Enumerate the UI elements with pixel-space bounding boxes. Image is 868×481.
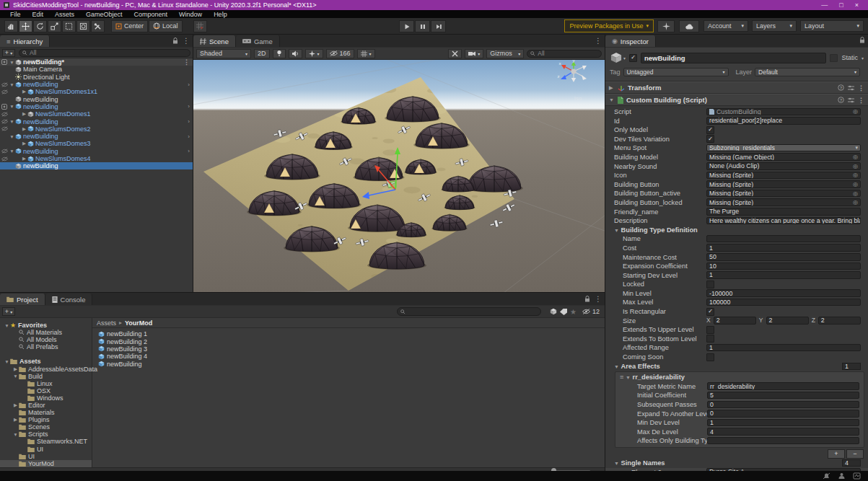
tab-scene[interactable]: Scene — [193, 35, 236, 47]
layer-dropdown[interactable]: Default▾ — [755, 68, 860, 76]
scale-tool-icon[interactable] — [48, 20, 61, 32]
project-folder-windows[interactable]: Windows — [0, 394, 92, 402]
scene-search-input[interactable]: All — [527, 50, 602, 58]
component-tools-icon[interactable] — [448, 49, 462, 58]
breadcrumb-assets[interactable]: Assets — [97, 319, 116, 327]
project-folder-favorites[interactable]: ▼★Favorites — [0, 322, 92, 329]
tag-dropdown[interactable]: Untagged▾ — [623, 68, 729, 76]
project-folder-yourmod[interactable]: YourMod — [0, 460, 92, 467]
pick-toggle-icon[interactable] — [1, 59, 8, 65]
visibility-off-icon[interactable] — [1, 112, 8, 117]
project-folder-ui[interactable]: UI — [0, 453, 92, 460]
transform-tool-icon[interactable] — [76, 20, 90, 32]
visibility-off-icon[interactable] — [1, 156, 8, 162]
checkbox[interactable] — [706, 353, 714, 361]
object-field[interactable]: Missing (Sprite)◎ — [706, 190, 861, 198]
close-button[interactable]: × — [855, 1, 859, 9]
hierarchy-item-newbuilding[interactable]: ▼newBuilding› — [0, 103, 193, 110]
text-field[interactable]: residential_poor[2]replace — [706, 117, 861, 125]
property-name[interactable]: Name — [605, 234, 868, 244]
property-dev-tiles-variation[interactable]: Dev Tiles Variation✓ — [605, 135, 868, 144]
scene-lighting-icon[interactable] — [273, 49, 286, 58]
project-search-input[interactable] — [397, 307, 541, 316]
lock-icon[interactable] — [859, 37, 865, 43]
property-building-model[interactable]: Building ModelMissing (Game Object)◎ — [605, 153, 868, 162]
hierarchy-item-newbuilding[interactable]: ▼newBuilding› — [0, 81, 193, 88]
hierarchy-item-newbuilding[interactable]: ▼newBuilding› — [0, 148, 193, 155]
property-affected-range[interactable]: Affected Range1 — [605, 343, 868, 353]
help-icon[interactable]: ? — [838, 84, 844, 91]
object-picker-icon[interactable]: ◎ — [853, 181, 858, 187]
object-picker-icon[interactable]: ◎ — [853, 163, 858, 169]
project-folder-ui[interactable]: UI — [0, 446, 92, 453]
checkbox[interactable] — [706, 335, 714, 343]
presets-icon[interactable] — [848, 97, 854, 103]
effect-property-subsequent-passes[interactable]: Subsequent Passes0 — [615, 400, 864, 410]
project-folder-all-prefabs[interactable]: All Prefabs — [0, 343, 92, 350]
project-folder-scripts[interactable]: ▼Scripts — [0, 431, 92, 438]
project-folder-build[interactable]: ▼Build — [0, 373, 92, 380]
account-dropdown[interactable]: Account▾ — [703, 20, 748, 32]
add-element-button[interactable]: + — [828, 449, 845, 459]
property-building-type-definition[interactable]: ▼ Building Type Definition — [605, 226, 868, 235]
hierarchy-search-input[interactable]: All — [19, 49, 190, 57]
hand-tool-icon[interactable] — [4, 20, 18, 32]
2d-toggle-button[interactable]: 2D — [254, 49, 270, 58]
unity-search-icon[interactable] — [657, 20, 675, 32]
grid-snapping-icon[interactable] — [193, 20, 207, 32]
asset-newbuilding-1[interactable]: newBuilding 1 — [92, 330, 605, 337]
asset-newbuilding-4[interactable]: newBuilding 4 — [92, 353, 605, 360]
hidden-packages-toggle[interactable]: 12 — [579, 307, 602, 317]
menu-edit[interactable]: Edit — [27, 11, 50, 18]
project-folder-scenes[interactable]: Scenes — [0, 423, 92, 431]
lock-icon[interactable] — [584, 296, 590, 302]
property-expansion-coefficient[interactable]: Expansion Coefficient10 — [605, 262, 868, 271]
effects-dropdown[interactable]: ▾ — [305, 49, 323, 58]
property-min-level[interactable]: Min Level-100000 — [605, 289, 868, 299]
hierarchy-item-newbuilding[interactable]: ▼newBuilding› — [0, 118, 193, 125]
tab-console[interactable]: Console — [45, 294, 93, 305]
cloud-collab-icon[interactable] — [679, 20, 699, 32]
effect-property-min-dev-level[interactable]: Min Dev Level1 — [615, 418, 864, 428]
prefab-chevron-icon[interactable]: › — [188, 81, 190, 88]
text-field[interactable]: 100000 — [706, 299, 861, 306]
text-field[interactable]: CustomBuilding◎ — [706, 108, 861, 116]
effect-property-affects-only-building-type[interactable]: Affects Only Building Type — [615, 436, 864, 446]
property-building-button-locked[interactable]: Building Button_lockedMissing (Sprite)◎ — [605, 198, 868, 208]
object-field[interactable]: Missing (Game Object)◎ — [706, 153, 861, 161]
visibility-off-icon[interactable] — [1, 149, 8, 154]
kebab-menu-icon[interactable]: ⋮ — [858, 84, 864, 92]
hierarchy-item-newslumsdomes3[interactable]: ▶NewSlumsDomes3 — [0, 140, 193, 147]
tab-hierarchy[interactable]: ≡Hierarchy — [0, 35, 50, 47]
area-effect-header[interactable]: ≡ ▼ rr_desiderability — [615, 373, 864, 382]
hierarchy-item-newbuilding[interactable]: newBuilding — [0, 162, 193, 169]
effect-property-initial-coefficient[interactable]: Initial Coefficient5 — [615, 391, 864, 400]
shading-mode-dropdown[interactable]: Shaded▾ — [196, 49, 251, 58]
property-size[interactable]: SizeX2Y2Z2 — [605, 317, 868, 326]
property-nearby-sound[interactable]: Nearby SoundNone (Audio Clip)◎ — [605, 162, 868, 172]
prefab-chevron-icon[interactable]: › — [188, 118, 190, 125]
project-folder-osx[interactable]: OSX — [0, 387, 92, 394]
project-folder-plugins[interactable]: ▶Plugins — [0, 416, 92, 423]
lock-icon[interactable] — [172, 37, 178, 44]
property-single-names[interactable]: ▼ Single Names4 — [605, 459, 868, 468]
effect-property-expand-to-another-level[interactable]: Expand To Another Level0 — [615, 410, 864, 419]
status-notification-icon[interactable] — [823, 472, 830, 480]
static-checkbox[interactable] — [830, 54, 838, 62]
property-area-effects[interactable]: ▼ Area Effects1 — [605, 362, 868, 371]
text-field[interactable]: 0 — [707, 401, 859, 409]
gameobject-cube-icon[interactable]: ▾ — [610, 51, 626, 64]
remove-element-button[interactable]: − — [846, 449, 864, 459]
checkbox[interactable]: ✓ — [706, 135, 714, 143]
scene-row[interactable]: ▼newBuilding*⋮ — [0, 58, 193, 66]
property-maintenance-cost[interactable]: Maintenance Cost50 — [605, 253, 868, 262]
preview-packages-button[interactable]: Preview Packages in Use▾ — [564, 19, 654, 32]
property-building-button-active[interactable]: Building Button_activeMissing (Sprite)◎ — [605, 189, 868, 198]
hierarchy-item-newslumsdomes1[interactable]: ▶NewSlumsDomes1 — [0, 110, 193, 118]
tab-inspector[interactable]: ◉Inspector — [605, 35, 656, 47]
menu-gameobject[interactable]: GameObject — [80, 11, 128, 18]
text-field[interactable]: 50 — [706, 253, 861, 261]
property-icon[interactable]: IconMissing (Sprite)◎ — [605, 171, 868, 180]
pick-toggle-icon[interactable] — [1, 104, 8, 110]
layers-dropdown[interactable]: Layers▾ — [752, 20, 797, 32]
